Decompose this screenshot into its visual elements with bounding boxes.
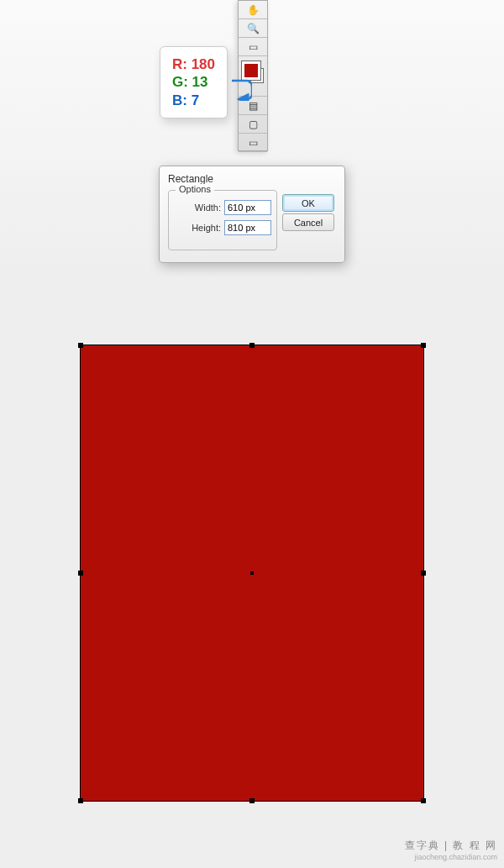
watermark-line1: 查字典 | 教 程 网 [405,839,497,853]
resize-handle[interactable] [249,798,255,803]
rgb-tooltip: R: 180 G: 13 B: 7 [160,46,228,118]
ok-button[interactable]: OK [282,194,334,212]
resize-handle[interactable] [78,798,83,803]
g-value: G: 13 [172,73,215,91]
width-label: Width: [195,203,221,213]
resize-handle[interactable] [78,343,83,348]
slice-tool-icon[interactable]: ▭ [239,38,267,56]
top-region: ✋ 🔍 ▭ ▤ ▢ ▭ R: 180 G: 13 B: 7 Rectangle … [0,0,504,277]
height-input[interactable] [224,220,271,235]
r-value: R: 180 [172,55,215,73]
resize-handle[interactable] [249,343,255,348]
rectangle-dialog: Rectangle Options Width: Height: OK Canc… [159,166,345,263]
cancel-button[interactable]: Cancel [282,213,334,231]
resize-handle[interactable] [78,571,83,576]
height-label: Height: [192,223,221,233]
tools-panel: ✋ 🔍 ▭ ▤ ▢ ▭ [238,0,268,151]
doc-mode-icon[interactable]: ▭ [239,134,267,152]
watermark: 查字典 | 教 程 网 jiaocheng.chazidian.com [405,839,497,861]
resize-handle[interactable] [421,798,426,803]
width-input[interactable] [224,200,271,215]
resize-handle[interactable] [421,343,426,348]
watermark-line2: jiaocheng.chazidian.com [405,853,497,861]
resize-handle[interactable] [421,571,426,576]
screen-mode-icon[interactable]: ▢ [239,115,267,134]
default-colors-icon[interactable] [259,58,265,65]
b-value: B: 7 [172,92,215,109]
arrow-icon [230,77,252,101]
red-rectangle-shape[interactable] [80,345,424,802]
options-fieldset: Options Width: Height: [168,190,277,250]
hand-tool-icon[interactable]: ✋ [239,1,267,19]
options-label: Options [176,184,214,194]
center-point-icon [250,571,254,575]
dialog-title: Rectangle [168,173,213,185]
canvas-region: ◂◂ ✕ ≎ ALIGN ▾≡ Align Objects: Distribut… [0,277,504,868]
zoom-tool-icon[interactable]: 🔍 [239,19,267,38]
